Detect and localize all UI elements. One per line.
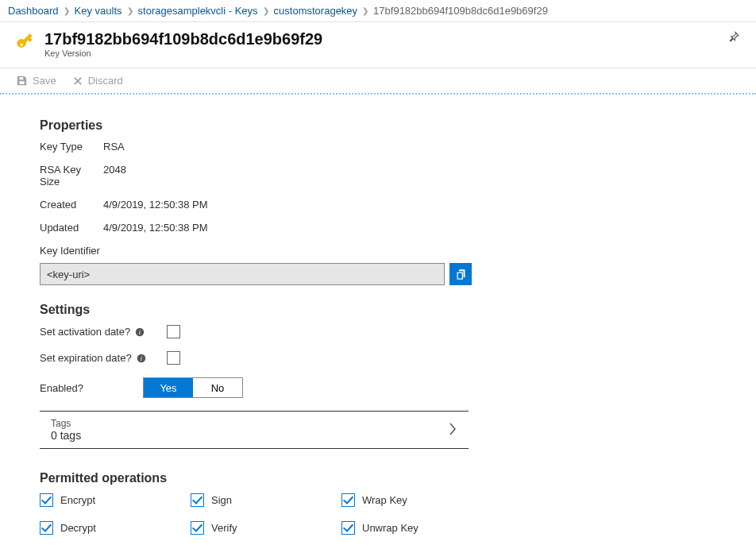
page-subtitle: Key Version (44, 48, 322, 58)
chevron-right-icon: ❯ (362, 6, 368, 15)
pin-icon[interactable] (727, 30, 740, 45)
op-encrypt-label: Encrypt (60, 494, 95, 506)
activation-date-label: Set activation date? (40, 326, 130, 338)
copy-icon (455, 269, 467, 280)
op-unwrap-key-checkbox[interactable] (341, 521, 355, 535)
op-sign-label: Sign (211, 494, 232, 506)
chevron-right-icon: ❯ (263, 6, 269, 15)
permitted-operations-heading: Permitted operations (40, 471, 716, 485)
breadcrumb: Dashboard ❯ Key vaults ❯ storagesamplekv… (0, 0, 756, 22)
breadcrumb-current: 17bf9182bb694f109b8dc6d1e9b69f29 (373, 5, 548, 17)
save-button[interactable]: Save (16, 75, 56, 87)
prop-value-keysize: 2048 (103, 164, 126, 187)
op-wrap-key-label: Wrap Key (362, 494, 407, 506)
enabled-yes-button[interactable]: Yes (144, 378, 193, 397)
page-title: 17bf9182bb694f109b8dc6d1e9b69f29 (44, 30, 322, 48)
op-decrypt-checkbox[interactable] (40, 521, 53, 535)
page-header: 17bf9182bb694f109b8dc6d1e9b69f29 Key Ver… (0, 22, 756, 68)
prop-label-updated: Updated (40, 222, 103, 234)
settings-heading: Settings (40, 303, 716, 317)
op-verify-checkbox[interactable] (191, 521, 204, 535)
info-icon[interactable]: i (137, 354, 146, 363)
op-wrap-key-checkbox[interactable] (341, 493, 355, 507)
tags-label: Tags (51, 418, 448, 429)
expiration-date-label: Set expiration date? (40, 352, 132, 364)
key-icon (16, 32, 37, 55)
properties-heading: Properties (40, 118, 716, 133)
op-unwrap-key-label: Unwrap Key (362, 522, 418, 534)
key-identifier-label: Key Identifier (40, 245, 716, 257)
save-icon (16, 75, 28, 87)
info-icon[interactable]: i (135, 327, 145, 337)
op-verify-label: Verify (211, 522, 237, 534)
prop-value-updated: 4/9/2019, 12:50:38 PM (103, 222, 208, 234)
op-encrypt-checkbox[interactable] (40, 493, 53, 507)
discard-icon (72, 75, 83, 87)
enabled-toggle: Yes No (143, 377, 243, 398)
op-sign-checkbox[interactable] (191, 493, 204, 507)
enabled-label: Enabled? (40, 382, 83, 394)
breadcrumb-key[interactable]: customstoragekey (274, 5, 358, 17)
key-identifier-input[interactable] (40, 263, 445, 285)
chevron-right-icon (448, 422, 457, 439)
tags-count: 0 tags (51, 429, 448, 442)
breadcrumb-dashboard[interactable]: Dashboard (8, 5, 59, 17)
chevron-right-icon: ❯ (64, 6, 70, 15)
copy-button[interactable] (449, 263, 472, 285)
tags-row[interactable]: Tags 0 tags (40, 411, 469, 449)
prop-value-created: 4/9/2019, 12:50:38 PM (103, 199, 208, 211)
permitted-operations-list: Encrypt Sign Wrap Key Decrypt Verify Unw… (40, 493, 516, 535)
chevron-right-icon: ❯ (127, 6, 133, 15)
enabled-no-button[interactable]: No (193, 378, 242, 397)
breadcrumb-vault-keys[interactable]: storagesamplekvcli - Keys (138, 5, 258, 17)
prop-value-keytype: RSA (103, 141, 125, 153)
prop-label-keysize: RSA Key Size (40, 164, 103, 187)
discard-button[interactable]: Discard (72, 75, 123, 87)
op-decrypt-label: Decrypt (60, 522, 96, 534)
expiration-date-checkbox[interactable] (167, 351, 180, 365)
toolbar: Save Discard (0, 68, 756, 95)
activation-date-checkbox[interactable] (167, 325, 180, 338)
prop-label-keytype: Key Type (40, 141, 103, 153)
breadcrumb-key-vaults[interactable]: Key vaults (75, 5, 122, 17)
prop-label-created: Created (40, 199, 103, 211)
